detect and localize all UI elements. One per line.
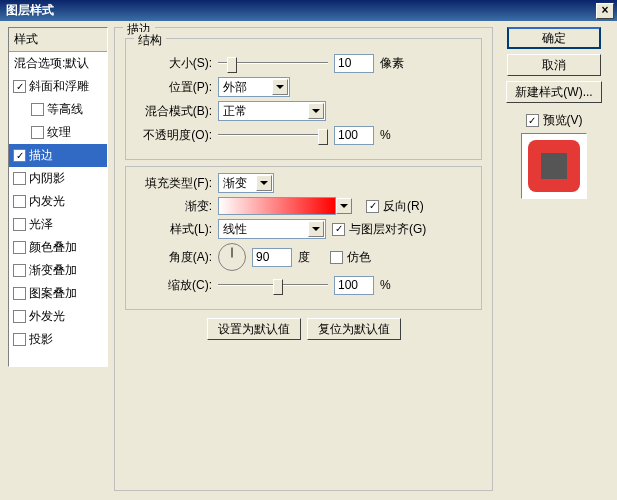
reverse-label: 反向(R) — [383, 198, 424, 215]
style-item[interactable]: 斜面和浮雕 — [9, 75, 107, 98]
style-item-label: 描边 — [29, 147, 53, 164]
align-checkbox[interactable]: 与图层对齐(G) — [332, 221, 426, 238]
checkbox-icon — [330, 251, 343, 264]
preview-swatch — [521, 133, 587, 199]
chevron-down-icon — [308, 221, 324, 237]
dither-checkbox[interactable]: 仿色 — [330, 249, 371, 266]
opacity-slider[interactable] — [218, 125, 328, 145]
opacity-label: 不透明度(O): — [136, 127, 212, 144]
checkbox-icon — [366, 200, 379, 213]
style-item-label: 投影 — [29, 331, 53, 348]
style-item[interactable]: 等高线 — [9, 98, 107, 121]
angle-label: 角度(A): — [136, 249, 212, 266]
close-icon[interactable]: × — [596, 3, 614, 19]
checkbox-icon[interactable] — [31, 103, 44, 116]
blend-mode-label: 混合模式(B): — [136, 103, 212, 120]
styles-header: 样式 — [9, 28, 107, 52]
ok-button[interactable]: 确定 — [507, 27, 601, 49]
reverse-checkbox[interactable]: 反向(R) — [366, 198, 424, 215]
blend-mode-value: 正常 — [223, 103, 247, 120]
style-item[interactable]: 颜色叠加 — [9, 236, 107, 259]
align-label: 与图层对齐(G) — [349, 221, 426, 238]
checkbox-icon — [332, 223, 345, 236]
gradient-swatch[interactable] — [218, 197, 336, 215]
style-item-label: 渐变叠加 — [29, 262, 77, 279]
blend-options-item[interactable]: 混合选项:默认 — [9, 52, 107, 75]
size-input[interactable] — [334, 54, 374, 73]
checkbox-icon[interactable] — [13, 264, 26, 277]
preview-checkbox[interactable]: 预览(V) — [526, 112, 583, 129]
style-label: 样式(L): — [136, 221, 212, 238]
style-item[interactable]: 外发光 — [9, 305, 107, 328]
checkbox-icon[interactable] — [31, 126, 44, 139]
filltype-value: 渐变 — [223, 175, 247, 192]
structure-title: 结构 — [134, 32, 166, 49]
checkbox-icon[interactable] — [13, 310, 26, 323]
cancel-button[interactable]: 取消 — [507, 54, 601, 76]
scale-input[interactable] — [334, 276, 374, 295]
structure-group: 结构 大小(S): 像素 位置(P): 外部 混合模式(B): 正常 不透明度(… — [125, 38, 482, 160]
size-slider[interactable] — [218, 53, 328, 73]
gradient-label: 渐变: — [136, 198, 212, 215]
new-style-button[interactable]: 新建样式(W)... — [506, 81, 601, 103]
scale-unit: % — [380, 278, 391, 292]
chevron-down-icon — [272, 79, 288, 95]
position-label: 位置(P): — [136, 79, 212, 96]
blend-mode-dropdown[interactable]: 正常 — [218, 101, 326, 121]
style-item[interactable]: 纹理 — [9, 121, 107, 144]
opacity-unit: % — [380, 128, 391, 142]
checkbox-icon[interactable] — [13, 172, 26, 185]
style-item[interactable]: 投影 — [9, 328, 107, 351]
window-title: 图层样式 — [6, 2, 54, 19]
style-dropdown[interactable]: 线性 — [218, 219, 326, 239]
reset-default-button[interactable]: 复位为默认值 — [307, 318, 401, 340]
style-item-label: 图案叠加 — [29, 285, 77, 302]
style-item-label: 颜色叠加 — [29, 239, 77, 256]
filltype-label: 填充类型(F): — [136, 175, 212, 192]
style-item[interactable]: 渐变叠加 — [9, 259, 107, 282]
style-item-label: 纹理 — [47, 124, 71, 141]
angle-knob[interactable] — [218, 243, 246, 271]
checkbox-icon — [526, 114, 539, 127]
chevron-down-icon — [256, 175, 272, 191]
chevron-down-icon — [336, 198, 352, 214]
style-item-label: 等高线 — [47, 101, 83, 118]
style-item[interactable]: 内阴影 — [9, 167, 107, 190]
preview-label: 预览(V) — [543, 112, 583, 129]
style-item[interactable]: 图案叠加 — [9, 282, 107, 305]
dither-label: 仿色 — [347, 249, 371, 266]
checkbox-icon[interactable] — [13, 333, 26, 346]
style-item[interactable]: 描边 — [9, 144, 107, 167]
checkbox-icon[interactable] — [13, 80, 26, 93]
style-item[interactable]: 光泽 — [9, 213, 107, 236]
scale-label: 缩放(C): — [136, 277, 212, 294]
size-unit: 像素 — [380, 55, 404, 72]
styles-list: 样式 混合选项:默认 斜面和浮雕等高线纹理描边内阴影内发光光泽颜色叠加渐变叠加图… — [8, 27, 108, 367]
stroke-panel: 描边 结构 大小(S): 像素 位置(P): 外部 混合模式(B): 正常 — [114, 27, 493, 491]
checkbox-icon[interactable] — [13, 218, 26, 231]
opacity-input[interactable] — [334, 126, 374, 145]
scale-slider[interactable] — [218, 275, 328, 295]
filltype-dropdown[interactable]: 渐变 — [218, 173, 274, 193]
position-dropdown[interactable]: 外部 — [218, 77, 290, 97]
angle-unit: 度 — [298, 249, 310, 266]
chevron-down-icon — [308, 103, 324, 119]
style-value: 线性 — [223, 221, 247, 238]
style-item-label: 内阴影 — [29, 170, 65, 187]
style-item[interactable]: 内发光 — [9, 190, 107, 213]
make-default-button[interactable]: 设置为默认值 — [207, 318, 301, 340]
checkbox-icon[interactable] — [13, 195, 26, 208]
checkbox-icon[interactable] — [13, 287, 26, 300]
checkbox-icon[interactable] — [13, 241, 26, 254]
style-item-label: 内发光 — [29, 193, 65, 210]
fill-group: 填充类型(F): 渐变 渐变: 反向(R) 样式(L): 线性 与图层对齐(G)… — [125, 166, 482, 310]
style-item-label: 光泽 — [29, 216, 53, 233]
position-value: 外部 — [223, 79, 247, 96]
style-item-label: 外发光 — [29, 308, 65, 325]
angle-input[interactable] — [252, 248, 292, 267]
style-item-label: 斜面和浮雕 — [29, 78, 89, 95]
size-label: 大小(S): — [136, 55, 212, 72]
checkbox-icon[interactable] — [13, 149, 26, 162]
